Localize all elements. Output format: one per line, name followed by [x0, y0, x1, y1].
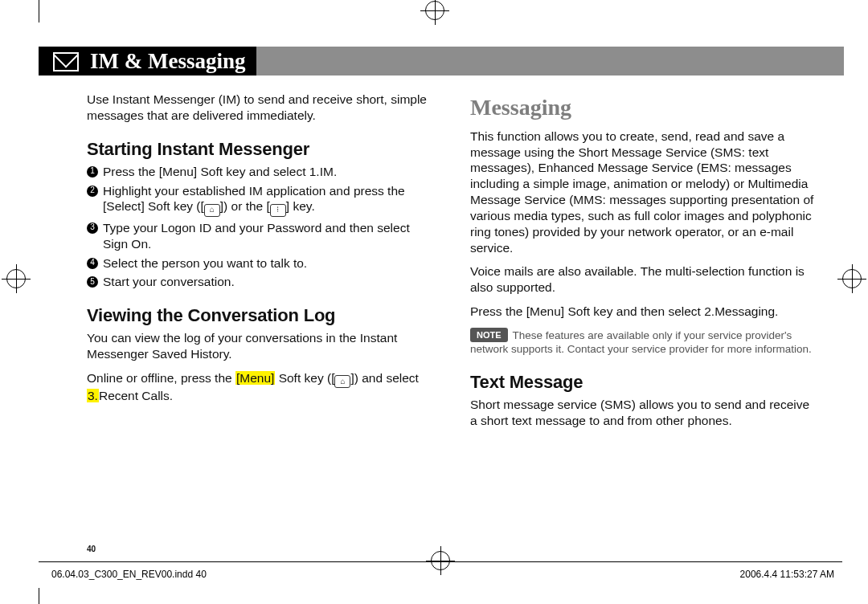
step-4: 4 Select the person you want to talk to. [87, 255, 436, 271]
footer-bar: 06.04.03_C300_EN_REV00.indd 40 2006.4.4 … [39, 561, 842, 604]
footer-left: 06.04.03_C300_EN_REV00.indd 40 [51, 569, 207, 604]
heading-conversation-log: Viewing the Conversation Log [87, 304, 436, 327]
note-text: These features are available only if you… [470, 329, 812, 356]
page-title: IM & Messaging [90, 49, 245, 74]
step-3: 3 Type your Logon ID and your Password a… [87, 220, 436, 252]
step-number-icon: 5 [87, 276, 98, 288]
page-container: IM & Messaging Use Instant Messenger (IM… [39, 0, 844, 604]
step-number-icon: 4 [87, 258, 98, 269]
highlight-menu: [Menu] [235, 371, 275, 385]
softkey-icon: ⌂ [334, 375, 350, 388]
right-column: Messaging This function allows you to cr… [470, 92, 820, 429]
page-number: 40 [87, 545, 96, 553]
step-text: Press the [Menu] Soft key and select 1.I… [103, 164, 337, 180]
left-column: Use Instant Messenger (IM) to send and r… [87, 92, 436, 429]
intro-text: Use Instant Messenger (IM) to send and r… [87, 92, 436, 124]
registration-mark-left [6, 269, 26, 288]
log-paragraph-2: Online or offline, press the [Menu] Soft… [87, 370, 436, 404]
step-text: Start your conversation. [103, 274, 235, 290]
step-2: 2 Highlight your established IM applicat… [87, 183, 436, 217]
note-box: NOTEThese features are available only if… [470, 328, 816, 357]
messaging-paragraph-2: Voice mails are also available. The mult… [470, 263, 820, 296]
messaging-paragraph-1: This function allows you to create, send… [470, 129, 820, 256]
step-number-icon: 2 [87, 186, 98, 197]
ok-key-icon: ⁝ [270, 204, 286, 217]
note-label: NOTE [470, 328, 508, 342]
step-text: Highlight your established IM applicatio… [103, 183, 436, 217]
step-text: Type your Logon ID and your Password and… [103, 220, 436, 252]
step-1: 1 Press the [Menu] Soft key and select 1… [87, 164, 436, 180]
title-bar: IM & Messaging [39, 47, 844, 76]
registration-mark-bottom [431, 551, 450, 570]
footer-right: 2006.4.4 11:53:27 AM [740, 569, 834, 604]
step-number-icon: 3 [87, 222, 98, 234]
heading-starting-im: Starting Instant Messenger [87, 138, 436, 161]
heading-messaging: Messaging [470, 93, 820, 122]
step-text: Select the person you want to talk to. [103, 255, 307, 271]
log-paragraph-1: You can view the log of your conversatio… [87, 330, 436, 362]
title-black-tab: IM & Messaging [39, 47, 256, 76]
registration-mark-right [842, 269, 862, 288]
text-message-paragraph: Short message service (SMS) allows you t… [470, 397, 820, 429]
messaging-paragraph-3: Press the [Menu] Soft key and then selec… [470, 304, 820, 320]
softkey-icon: ⌂ [204, 204, 220, 217]
heading-text-message: Text Message [470, 371, 820, 394]
highlight-3: 3. [87, 389, 99, 402]
step-5: 5 Start your conversation. [87, 274, 436, 290]
step-number-icon: 1 [87, 166, 98, 178]
mail-icon [53, 52, 79, 71]
content-columns: Use Instant Messenger (IM) to send and r… [39, 76, 844, 429]
